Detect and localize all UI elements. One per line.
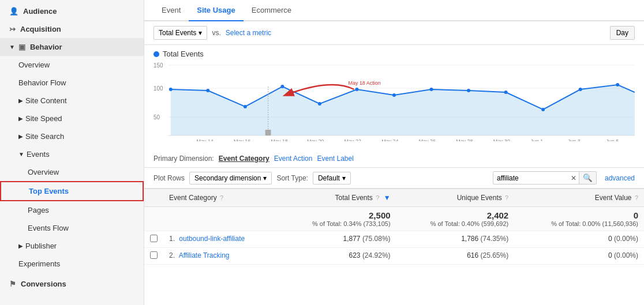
row1-total-events: 1,877 (75.08%) — [278, 231, 396, 248]
sidebar-item-site-speed[interactable]: ▶ Site Speed — [0, 110, 144, 127]
sidebar-item-publisher[interactable]: ▶ Publisher — [0, 237, 144, 255]
sidebar-item-experiments[interactable]: Experiments — [0, 255, 144, 273]
svg-point-17 — [541, 108, 545, 111]
help-icon-value[interactable]: ? — [635, 194, 638, 201]
sidebar-item-site-content[interactable]: ▶ Site Content — [0, 92, 144, 110]
svg-point-7 — [169, 88, 173, 91]
sort-arrow-icon: ▼ — [384, 194, 391, 202]
svg-text:May 22: May 22 — [345, 138, 361, 141]
sidebar-item-events-flow[interactable]: Events Flow — [0, 219, 144, 237]
row2-category-link[interactable]: Affiliate Tracking — [179, 251, 230, 259]
sidebar-item-audience[interactable]: 👤 Audience — [0, 2, 144, 20]
table-totals-row: 2,500 % of Total: 0.34% (733,105) 2,402 … — [144, 207, 644, 231]
svg-point-18 — [579, 88, 582, 91]
tab-ecommerce[interactable]: Ecommerce — [244, 0, 299, 21]
sidebar-item-behavior-flow[interactable]: Behavior Flow — [0, 74, 144, 92]
vs-label: vs. — [212, 29, 220, 37]
sidebar-item-overview[interactable]: Overview — [0, 56, 144, 74]
svg-text:May 18 Action: May 18 Action — [349, 80, 381, 86]
svg-text:May 24: May 24 — [381, 138, 398, 141]
chevron-right-icon2: ▶ — [18, 115, 23, 122]
plot-rows-button[interactable]: Plot Rows — [153, 174, 185, 182]
chevron-down-icon5: ▾ — [342, 174, 346, 182]
svg-text:50: 50 — [153, 114, 160, 121]
flag-icon: ⚑ — [9, 280, 16, 288]
search-clear-button[interactable]: ✕ — [568, 172, 579, 184]
sidebar-item-behavior[interactable]: ▼ ▣ Behavior — [0, 38, 144, 56]
totals-total-events: 2,500 % of Total: 0.34% (733,105) — [278, 207, 396, 231]
advanced-link[interactable]: advanced — [605, 174, 635, 182]
svg-text:May 30: May 30 — [493, 138, 510, 141]
row2-total-events: 623 (24.92%) — [278, 248, 396, 265]
svg-text:100: 100 — [153, 85, 163, 92]
svg-point-13 — [392, 93, 396, 97]
row2-unique-events: 616 (25.65%) — [396, 248, 515, 265]
dim-event-action[interactable]: Event Action — [274, 155, 313, 163]
select-metric-link[interactable]: Select a metric — [226, 29, 271, 37]
svg-text:Jun 3: Jun 3 — [568, 138, 581, 141]
total-events-dropdown[interactable]: Total Events ▾ — [153, 26, 207, 40]
chevron-right-icon3: ▶ — [18, 133, 23, 140]
dim-event-label[interactable]: Event Label — [317, 155, 353, 163]
events-table: Event Category ? Total Events ? ▼ Unique… — [144, 189, 644, 265]
sidebar-item-events-overview[interactable]: Overview — [0, 163, 144, 181]
sidebar-item-top-events[interactable]: Top Events — [0, 181, 144, 201]
col-header-unique-events: Unique Events ? — [396, 189, 515, 207]
help-icon-category[interactable]: ? — [220, 194, 223, 201]
sidebar-item-acquisition[interactable]: ↣ Acquisition — [0, 20, 144, 38]
svg-rect-33 — [265, 130, 271, 135]
table-row: 2. Affiliate Tracking 623 (24.92%) 616 (… — [144, 248, 644, 265]
sidebar-item-pages[interactable]: Pages — [0, 201, 144, 219]
svg-point-15 — [467, 89, 470, 92]
search-input[interactable] — [493, 172, 568, 184]
primary-dimension-label: Primary Dimension: — [153, 155, 214, 163]
sidebar: 👤 Audience ↣ Acquisition ▼ ▣ Behavior Ov… — [0, 0, 144, 305]
svg-point-11 — [318, 102, 321, 106]
row2-checkbox[interactable] — [144, 248, 163, 265]
totals-category — [163, 207, 278, 231]
table-controls: Plot Rows Secondary dimension ▾ Sort Typ… — [144, 168, 644, 189]
data-table-container: Event Category ? Total Events ? ▼ Unique… — [144, 189, 644, 305]
svg-text:May 20: May 20 — [307, 138, 324, 141]
sidebar-item-events[interactable]: ▼ Events — [0, 145, 144, 163]
sort-default-dropdown[interactable]: Default ▾ — [313, 172, 351, 184]
svg-point-14 — [430, 88, 433, 91]
svg-point-10 — [280, 85, 284, 88]
svg-point-9 — [244, 105, 247, 108]
chevron-down-icon3: ▾ — [199, 29, 202, 37]
svg-text:150: 150 — [153, 62, 163, 69]
row1-category-link[interactable]: outbound-link-affiliate — [179, 235, 245, 243]
col-header-total-events: Total Events ? ▼ — [278, 189, 396, 207]
help-icon-total[interactable]: ? — [376, 194, 379, 201]
sidebar-item-site-search[interactable]: ▶ Site Search — [0, 127, 144, 145]
tab-site-usage[interactable]: Site Usage — [189, 0, 243, 21]
chart-area: Total Events 150 100 50 — [144, 45, 644, 150]
line-chart: 150 100 50 — [153, 61, 635, 141]
svg-text:...: ... — [165, 138, 169, 141]
tab-bar: Event Site Usage Ecommerce — [144, 0, 644, 21]
dim-event-category[interactable]: Event Category — [219, 155, 269, 163]
svg-text:May 16: May 16 — [234, 138, 250, 141]
chart-container: 150 100 50 — [153, 61, 635, 150]
arrow-icon: ↣ — [9, 25, 16, 33]
day-button[interactable]: Day — [610, 26, 635, 40]
primary-dimension-bar: Primary Dimension: Event Category Event … — [144, 150, 644, 168]
select-all-header — [144, 189, 163, 207]
secondary-dimension-button[interactable]: Secondary dimension ▾ — [189, 172, 272, 184]
chevron-right-icon: ▶ — [18, 97, 23, 104]
col-header-event-category: Event Category ? — [163, 189, 278, 207]
sidebar-item-conversions[interactable]: ⚑ Conversions — [0, 275, 144, 293]
tab-event[interactable]: Event — [153, 0, 189, 21]
row1-checkbox[interactable] — [144, 231, 163, 248]
totals-event-value: 0 % of Total: 0.00% (11,560,936) — [514, 207, 644, 231]
col-header-event-value: Event Value ? — [514, 189, 644, 207]
chevron-down-icon2: ▼ — [18, 151, 24, 157]
svg-text:Jun 5: Jun 5 — [606, 138, 619, 141]
help-icon-unique[interactable]: ? — [505, 194, 508, 201]
search-box: ✕ 🔍 — [493, 171, 597, 184]
chart-title: Total Events — [153, 50, 635, 58]
person-icon: 👤 — [9, 7, 18, 16]
row1-category: 1. outbound-link-affiliate — [163, 231, 278, 248]
search-submit-button[interactable]: 🔍 — [579, 172, 596, 184]
main-content: Event Site Usage Ecommerce Total Events … — [144, 0, 644, 305]
